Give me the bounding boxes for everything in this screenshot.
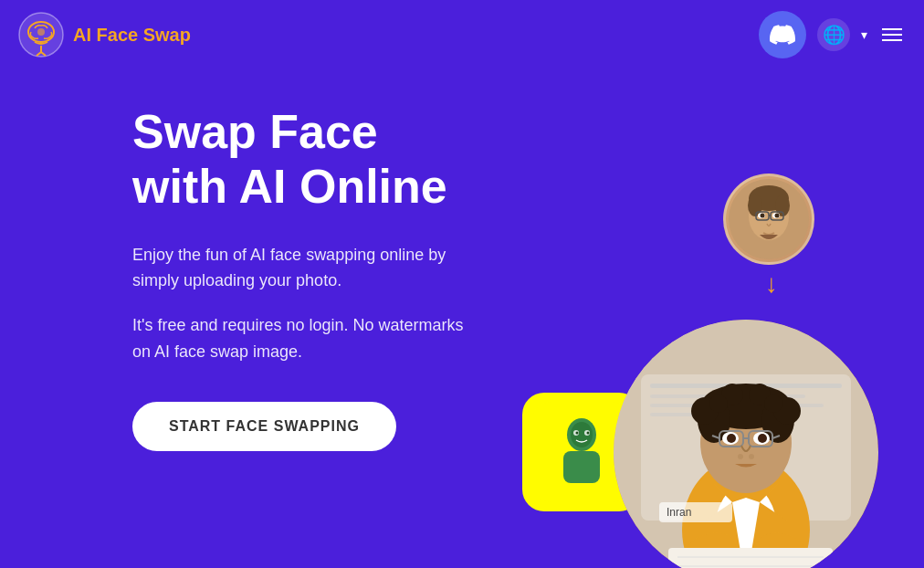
svg-point-56 (738, 454, 743, 459)
headline-line2: with AI Online (132, 160, 447, 213)
logo-icon (18, 12, 64, 58)
language-chevron-icon[interactable]: ▾ (861, 27, 867, 42)
main-content: Swap Face with AI Online Enjoy the fun o… (0, 68, 924, 568)
svg-rect-23 (563, 451, 600, 483)
svg-point-26 (576, 432, 579, 435)
header-right: 🌐 ▾ (759, 11, 906, 58)
result-person-illustration: Inran (614, 320, 878, 568)
hero-description-2: It's free and requires no login. No wate… (132, 312, 479, 365)
svg-text:Inran: Inran (667, 506, 691, 519)
svg-point-15 (761, 214, 765, 218)
app-name: AI Face Swap (73, 25, 191, 45)
svg-point-2 (37, 28, 45, 36)
hero-description-1: Enjoy the fun of AI face swapping online… (132, 242, 479, 295)
discord-button[interactable] (759, 11, 806, 58)
headline-line1: Swap Face (132, 105, 378, 158)
logo-area[interactable]: AI Face Swap (18, 12, 191, 58)
header: AI Face Swap 🌐 ▾ (0, 0, 924, 68)
result-circle: Inran (614, 320, 878, 568)
start-face-swapping-button[interactable]: START FACE SWAPPING (132, 402, 396, 451)
source-face-illustration (728, 178, 810, 260)
menu-button[interactable] (878, 25, 906, 45)
down-arrow-icon: ↓ (765, 269, 778, 299)
svg-point-22 (571, 422, 593, 447)
svg-point-49 (727, 434, 736, 443)
svg-point-27 (587, 432, 590, 435)
svg-point-50 (758, 434, 767, 443)
hero-image-area: ↓ → (513, 146, 897, 568)
svg-rect-60 (668, 548, 833, 568)
globe-button[interactable]: 🌐 (817, 18, 850, 51)
svg-point-45 (709, 394, 728, 413)
svg-point-16 (775, 214, 780, 218)
svg-point-57 (749, 454, 754, 459)
discord-icon (770, 22, 795, 47)
source-face-circle (723, 174, 814, 265)
svg-point-46 (764, 394, 782, 413)
